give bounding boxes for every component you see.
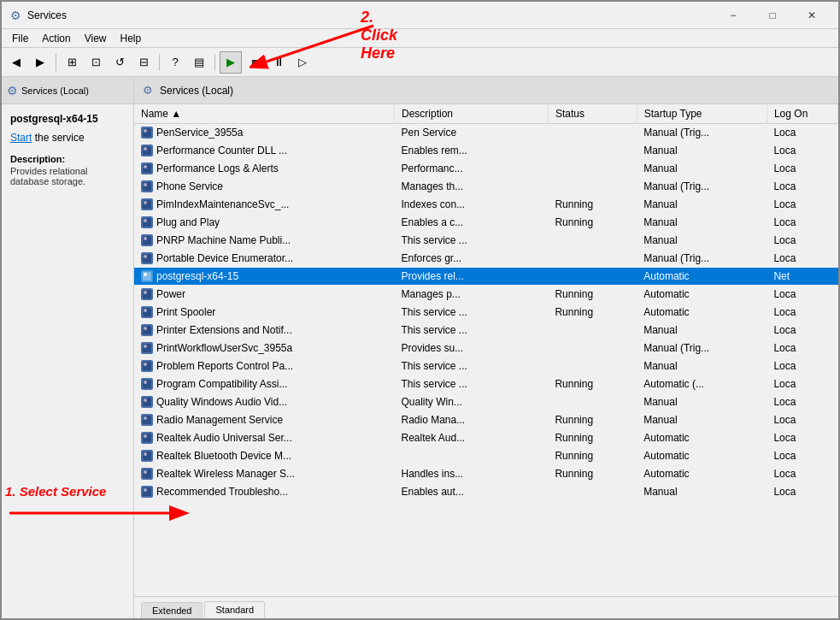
menu-action[interactable]: Action: [35, 31, 77, 46]
cell-name: Radio Management Service: [134, 411, 394, 429]
table-row[interactable]: PimIndexMaintenanceSvc_... Indexes con..…: [134, 196, 838, 214]
cell-name: Performance Counter DLL ...: [134, 142, 394, 160]
properties-button[interactable]: ▤: [188, 51, 210, 74]
tab-standard[interactable]: Standard: [204, 601, 265, 618]
cell-status: [548, 232, 637, 250]
col-header-description[interactable]: Description: [394, 104, 548, 124]
cell-desc: Manages p...: [394, 286, 548, 304]
cell-logon: Loca: [767, 178, 837, 196]
back-button[interactable]: ◀: [5, 51, 27, 74]
cell-status: [548, 483, 637, 501]
service-name-text: Printer Extensions and Notif...: [156, 324, 292, 336]
service-name-text: Quality Windows Audio Vid...: [156, 396, 287, 408]
table-row[interactable]: Phone Service Manages th... Manual (Trig…: [134, 178, 838, 196]
restart-service-button[interactable]: ▷: [291, 51, 314, 74]
menu-help[interactable]: Help: [114, 31, 149, 46]
cell-logon: Loca: [767, 322, 837, 340]
cell-startup: Manual: [637, 411, 767, 429]
cell-name: postgresql-x64-15: [134, 268, 394, 286]
cell-name: Print Spooler: [134, 304, 394, 322]
col-header-status[interactable]: Status: [548, 104, 637, 124]
cell-startup: Manual: [637, 232, 767, 250]
forward-button[interactable]: ▶: [29, 51, 51, 74]
table-row[interactable]: Performance Logs & Alerts Performanc... …: [134, 160, 838, 178]
col-header-name[interactable]: Name ▲: [134, 104, 394, 124]
cell-startup: Manual: [637, 160, 767, 178]
cell-desc: This service ...: [394, 357, 548, 375]
export-button[interactable]: ⊟: [132, 51, 155, 74]
cell-logon: Loca: [767, 411, 837, 429]
sidebar-header: ⚙ Services (Local): [2, 77, 133, 104]
service-name-text: Recommended Troublesho...: [156, 486, 288, 498]
close-button[interactable]: ✕: [792, 2, 831, 29]
cell-desc: Enables rem...: [394, 142, 548, 160]
cell-logon: Loca: [767, 375, 837, 393]
table-row[interactable]: Portable Device Enumerator... Enforces g…: [134, 250, 838, 268]
table-row[interactable]: postgresql-x64-15 Provides rel... Automa…: [134, 268, 838, 286]
help-button[interactable]: ?: [164, 51, 186, 74]
table-row[interactable]: Realtek Audio Universal Ser... Realtek A…: [134, 429, 838, 447]
refresh-button[interactable]: ↺: [109, 51, 131, 74]
menu-file[interactable]: File: [5, 31, 35, 46]
cell-desc: Performanc...: [394, 160, 548, 178]
maximize-button[interactable]: □: [753, 2, 792, 29]
cell-name: PrintWorkflowUserSvc_3955a: [134, 340, 394, 357]
cell-logon: Loca: [767, 232, 837, 250]
table-row[interactable]: Problem Reports Control Pa... This servi…: [134, 357, 838, 375]
table-row[interactable]: Plug and Play Enables a c... Running Man…: [134, 214, 838, 232]
table-row[interactable]: Radio Management Service Radio Mana... R…: [134, 411, 838, 429]
minimize-button[interactable]: −: [714, 2, 753, 29]
start-service-text: the service: [32, 132, 84, 144]
cell-desc: Indexes con...: [394, 196, 548, 214]
table-header-row: Name ▲ Description Status Startup Type: [134, 104, 838, 124]
description-text: Provides relational database storage.: [10, 166, 125, 186]
services-window: ⚙ Services − □ ✕ 2. Click Here File Acti…: [0, 0, 840, 620]
table-row[interactable]: Printer Extensions and Notif... This ser…: [134, 322, 838, 340]
cell-desc: Pen Service: [394, 124, 548, 142]
start-service-button[interactable]: ▶: [220, 51, 242, 74]
cell-logon: Loca: [767, 447, 837, 465]
cell-startup: Manual (Trig...: [637, 250, 767, 268]
table-row[interactable]: Program Compatibility Assi... This servi…: [134, 375, 838, 393]
table-row[interactable]: Quality Windows Audio Vid... Quality Win…: [134, 393, 838, 411]
col-header-logon[interactable]: Log On: [767, 104, 837, 124]
tab-extended[interactable]: Extended: [141, 602, 203, 618]
cell-name: Recommended Troublesho...: [134, 483, 394, 501]
service-name-text: Realtek Audio Universal Ser...: [156, 432, 292, 444]
show-hide-button[interactable]: ⊡: [85, 51, 107, 74]
cell-startup: Automatic: [637, 447, 767, 465]
toolbar: ◀ ▶ ⊞ ⊡ ↺ ⊟ ? ▤ ▶ ■ ⏸ ▷: [2, 48, 838, 77]
stop-service-button[interactable]: ■: [244, 51, 266, 74]
col-header-startup[interactable]: Startup Type: [637, 104, 767, 124]
pause-service-button[interactable]: ⏸: [267, 51, 290, 74]
cell-desc: This service ...: [394, 375, 548, 393]
cell-desc: Enables aut...: [394, 483, 548, 501]
table-row[interactable]: Print Spooler This service ... Running A…: [134, 304, 838, 322]
cell-startup: Manual (Trig...: [637, 124, 767, 142]
separator-3: [214, 54, 215, 71]
table-row[interactable]: Power Manages p... Running Automatic Loc…: [134, 286, 838, 304]
service-name-text: postgresql-x64-15: [156, 270, 238, 282]
cell-name: Printer Extensions and Notif...: [134, 322, 394, 340]
table-row[interactable]: Realtek Bluetooth Device M... Running Au…: [134, 447, 838, 465]
cell-desc: Handles ins...: [394, 465, 548, 483]
service-name-text: Print Spooler: [156, 306, 215, 318]
content-header-title: Services (Local): [160, 85, 233, 97]
services-table-container[interactable]: Name ▲ Description Status Startup Type: [134, 104, 838, 596]
cell-logon: Loca: [767, 304, 837, 322]
cell-logon: Loca: [767, 196, 837, 214]
table-row[interactable]: Recommended Troublesho... Enables aut...…: [134, 483, 838, 501]
table-row[interactable]: PenService_3955a Pen Service Manual (Tri…: [134, 124, 838, 142]
content-icon: ⚙: [141, 84, 155, 97]
table-row[interactable]: PNRP Machine Name Publi... This service …: [134, 232, 838, 250]
table-row[interactable]: Performance Counter DLL ... Enables rem.…: [134, 142, 838, 160]
cell-logon: Loca: [767, 124, 837, 142]
table-row[interactable]: PrintWorkflowUserSvc_3955a Provides su..…: [134, 340, 838, 357]
cell-startup: Manual: [637, 393, 767, 411]
cell-name: PenService_3955a: [134, 124, 394, 142]
menu-view[interactable]: View: [78, 31, 114, 46]
cell-startup: Automatic: [637, 304, 767, 322]
table-row[interactable]: Realtek Wireless Manager S... Handles in…: [134, 465, 838, 483]
up-button[interactable]: ⊞: [61, 51, 83, 74]
start-service-link[interactable]: Start: [10, 132, 32, 144]
